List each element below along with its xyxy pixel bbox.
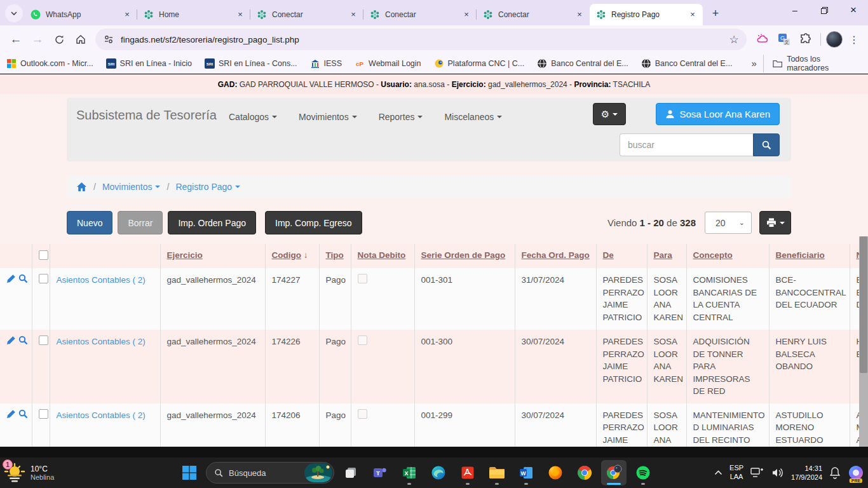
browser-menu-button[interactable]: ⋮ (845, 34, 863, 46)
bookmark-item[interactable]: IESS (310, 58, 342, 69)
browser-tab-conectar[interactable]: Conectar× (363, 4, 477, 25)
header-nota-debito[interactable]: Nota Debito (351, 244, 414, 268)
tab-search-button[interactable] (5, 4, 23, 22)
print-payment-order-button[interactable]: Imp. Orden Pago (168, 211, 256, 234)
home-button[interactable] (70, 29, 92, 50)
header-serie[interactable]: Serie Orden de Pago (414, 244, 515, 268)
tab-close-icon[interactable]: × (461, 10, 471, 20)
bookmark-item[interactable]: cPWebmail Login (355, 58, 421, 69)
edit-row-button[interactable] (6, 336, 16, 345)
forward-button[interactable]: → (27, 29, 48, 50)
vertical-scrollbar-thumb[interactable] (860, 236, 867, 373)
asientos-contables-link[interactable]: Asientos Contables ( 2) (57, 337, 146, 346)
all-bookmarks-button[interactable]: Todos los marcadores (763, 55, 862, 72)
taskbar-search-box[interactable]: Búsqueda (206, 462, 334, 484)
browser-tab-whatsapp[interactable]: WhatsApp× (24, 4, 137, 25)
minimize-button[interactable]: – (780, 0, 810, 20)
bookmark-item[interactable]: SRISRI en Línea - Inicio (106, 58, 192, 69)
bookmarks-overflow-button[interactable]: » (745, 58, 763, 69)
taskbar-app-spotify[interactable] (630, 460, 656, 485)
taskbar-app-explorer[interactable] (484, 460, 510, 485)
header-de[interactable]: De (596, 244, 647, 268)
reload-button[interactable] (48, 29, 70, 50)
breadcrumb-movimientos[interactable]: Movimientos (102, 182, 161, 192)
view-row-button[interactable] (18, 409, 28, 419)
copilot-button[interactable]: PRE (848, 464, 864, 481)
menu-movimientos[interactable]: Movimientos (299, 112, 357, 122)
start-button[interactable] (177, 460, 202, 485)
url-text[interactable]: fingads.net/sf2/tesoreria/registro_pago_… (121, 35, 725, 44)
address-bar[interactable]: fingads.net/sf2/tesoreria/registro_pago_… (95, 29, 747, 50)
user-menu-button[interactable]: Sosa Loor Ana Karen (656, 103, 780, 125)
row-checkbox[interactable] (39, 409, 48, 419)
bookmark-item[interactable]: Banco Central del E... (641, 58, 733, 69)
home-icon[interactable] (76, 182, 87, 192)
delete-button[interactable]: Borrar (118, 211, 163, 234)
page-size-select[interactable]: 20⌄ (705, 212, 752, 234)
tab-close-icon[interactable]: × (348, 10, 358, 20)
tab-close-icon[interactable]: × (688, 10, 698, 20)
header-extra[interactable]: N (850, 244, 859, 268)
tab-close-icon[interactable]: × (235, 10, 245, 20)
browser-tab-conectar[interactable]: Conectar× (250, 4, 363, 25)
new-tab-button[interactable]: + (707, 4, 724, 22)
search-highlight-image[interactable] (304, 463, 332, 482)
header-beneficiario[interactable]: Beneficiario (769, 244, 850, 268)
back-button[interactable]: ← (5, 29, 27, 50)
menu-reportes[interactable]: Reportes (379, 112, 423, 122)
asientos-contables-link[interactable]: Asientos Contables ( 2) (57, 410, 146, 420)
taskbar-weather-widget[interactable]: 1 10°C Neblina (4, 458, 54, 488)
bookmark-item[interactable]: Plataforma CNC | C... (434, 58, 525, 69)
language-indicator[interactable]: ESPLAA (729, 464, 743, 482)
tray-chevron-up-icon[interactable] (714, 470, 722, 476)
browser-tab-conectar[interactable]: Conectar× (477, 4, 590, 25)
taskbar-app-word[interactable]: W (513, 460, 539, 485)
select-all-checkbox[interactable] (39, 250, 48, 260)
tab-close-icon[interactable]: × (122, 10, 132, 20)
asientos-contables-link[interactable]: Asientos Contables ( 2) (57, 275, 146, 285)
header-ejercicio[interactable]: Ejercicio (160, 244, 265, 268)
breadcrumb-registro-pago[interactable]: Registro Pago (175, 182, 240, 192)
extensions-puzzle-icon[interactable] (796, 30, 815, 49)
header-fecha[interactable]: Fecha Ord. Pago (515, 244, 596, 268)
bookmark-star-icon[interactable]: ☆ (725, 30, 743, 48)
profile-avatar[interactable] (826, 31, 843, 48)
print-expense-receipt-button[interactable]: Imp. Comp. Egreso (265, 211, 362, 234)
new-button[interactable]: Nuevo (67, 211, 112, 234)
bookmark-item[interactable]: Banco Central del E... (537, 58, 628, 69)
network-icon[interactable] (750, 467, 764, 478)
taskbar-app-chrome-profile[interactable] (601, 460, 627, 485)
view-row-button[interactable] (18, 274, 28, 283)
menu-miscelaneos[interactable]: Miscelaneos (444, 112, 502, 122)
menu-catalogos[interactable]: Catalogos (229, 112, 277, 122)
browser-tab-home[interactable]: Home× (137, 4, 250, 25)
taskbar-app-teams[interactable]: T (367, 460, 393, 485)
settings-dropdown-button[interactable]: ⚙ (593, 103, 626, 125)
header-tipo[interactable]: Tipo (319, 244, 351, 268)
volume-icon[interactable] (771, 467, 784, 478)
search-button[interactable] (753, 133, 780, 156)
view-row-button[interactable] (18, 336, 28, 345)
edit-row-button[interactable] (6, 274, 16, 283)
taskbar-app-excel[interactable]: X (397, 460, 422, 485)
row-checkbox[interactable] (39, 336, 48, 345)
header-codigo[interactable]: Codigo ↓ (265, 244, 319, 268)
browser-tab-registro-pago[interactable]: Registro Pago× (590, 4, 703, 25)
row-checkbox[interactable] (39, 274, 48, 283)
edit-row-button[interactable] (6, 409, 16, 419)
notifications-bell-icon[interactable] (829, 466, 841, 479)
maximize-button[interactable] (810, 0, 839, 20)
header-para[interactable]: Para (647, 244, 686, 268)
bookmark-item[interactable]: SRISRI en Línea - Cons... (205, 58, 297, 69)
taskbar-app-task-view[interactable] (338, 460, 363, 485)
header-concepto[interactable]: Concepto (686, 244, 769, 268)
close-button[interactable]: × (839, 0, 868, 20)
search-input[interactable] (620, 133, 753, 156)
clock[interactable]: 14:31 17/9/2024 (791, 464, 822, 482)
weather-extension-icon[interactable] (753, 30, 772, 49)
taskbar-app-acrobat[interactable] (455, 460, 480, 485)
tab-close-icon[interactable]: × (574, 10, 585, 20)
taskbar-app-chrome[interactable] (572, 460, 597, 485)
translate-extension-icon[interactable]: G文 (775, 30, 794, 49)
bookmark-item[interactable]: Outlook.com - Micr... (6, 58, 93, 69)
